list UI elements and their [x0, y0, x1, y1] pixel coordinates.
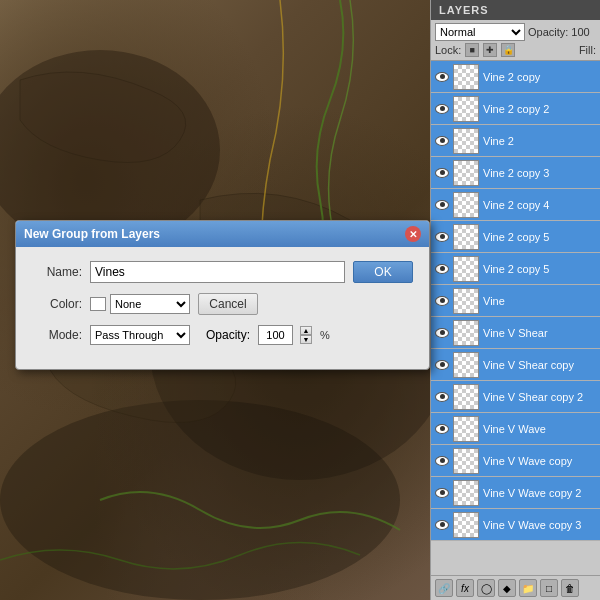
eye-icon [435, 392, 449, 402]
fill-label: Fill: [579, 44, 596, 56]
layer-visibility-toggle[interactable] [433, 100, 451, 118]
layer-name-label: Vine V Shear [483, 327, 598, 339]
layer-item[interactable]: Vine V Wave [431, 413, 600, 445]
layer-visibility-toggle[interactable] [433, 420, 451, 438]
layer-name-label: Vine 2 copy [483, 71, 598, 83]
dialog-cancel-button[interactable]: Cancel [198, 293, 258, 315]
opacity-display: 100 [571, 26, 589, 38]
layer-item[interactable]: Vine V Shear copy 2 [431, 381, 600, 413]
layer-visibility-toggle[interactable] [433, 260, 451, 278]
dialog-body: Name: OK Color: None Cancel Mode: Pass T… [16, 247, 429, 369]
eye-icon [435, 264, 449, 274]
eye-pupil [440, 522, 445, 527]
layer-thumbnail [453, 192, 479, 218]
layer-name-label: Vine V Shear copy 2 [483, 391, 598, 403]
eye-icon [435, 360, 449, 370]
eye-icon [435, 72, 449, 82]
lock-pixels-icon[interactable]: ■ [465, 43, 479, 57]
layer-thumbnail [453, 288, 479, 314]
layers-bottom-bar: 🔗 fx ◯ ◆ 📁 □ 🗑 [431, 575, 600, 600]
layer-name-label: Vine V Wave copy 3 [483, 519, 598, 531]
layer-thumbnail [453, 128, 479, 154]
new-folder-icon[interactable]: 📁 [519, 579, 537, 597]
layer-thumbnail [453, 416, 479, 442]
locks-label: Lock: [435, 44, 461, 56]
opacity-stepper[interactable]: ▲ ▼ [300, 326, 312, 344]
new-group-dialog: New Group from Layers ✕ Name: OK Color: … [15, 220, 430, 370]
layer-item[interactable]: Vine V Shear copy [431, 349, 600, 381]
eye-icon [435, 104, 449, 114]
layer-visibility-toggle[interactable] [433, 292, 451, 310]
dialog-mode-row: Mode: Pass Through Opacity: ▲ ▼ % [32, 325, 413, 345]
layer-name-label: Vine 2 copy 5 [483, 263, 598, 275]
layer-name-label: Vine 2 copy 3 [483, 167, 598, 179]
layer-item[interactable]: Vine V Wave copy 3 [431, 509, 600, 541]
layer-visibility-toggle[interactable] [433, 484, 451, 502]
layer-name-label: Vine [483, 295, 598, 307]
layer-visibility-toggle[interactable] [433, 164, 451, 182]
layer-thumbnail [453, 352, 479, 378]
layer-thumbnail [453, 480, 479, 506]
dialog-color-select[interactable]: None [110, 294, 190, 314]
layer-thumbnail [453, 448, 479, 474]
dialog-close-button[interactable]: ✕ [405, 226, 421, 242]
eye-icon [435, 488, 449, 498]
eye-icon [435, 520, 449, 530]
eye-pupil [440, 170, 445, 175]
layer-item[interactable]: Vine 2 copy 2 [431, 93, 600, 125]
layer-thumbnail [453, 64, 479, 90]
eye-icon [435, 232, 449, 242]
layer-name-label: Vine V Wave copy [483, 455, 598, 467]
layer-thumbnail [453, 160, 479, 186]
layer-visibility-toggle[interactable] [433, 324, 451, 342]
eye-pupil [440, 426, 445, 431]
layer-item[interactable]: Vine V Wave copy [431, 445, 600, 477]
layer-item[interactable]: Vine 2 copy [431, 61, 600, 93]
layer-visibility-toggle[interactable] [433, 228, 451, 246]
dialog-opacity-input[interactable] [258, 325, 293, 345]
dialog-name-input[interactable] [90, 261, 345, 283]
dialog-color-row: Color: None Cancel [32, 293, 413, 315]
lock-position-icon[interactable]: ✚ [483, 43, 497, 57]
blend-mode-select[interactable]: Normal [435, 23, 525, 41]
new-layer-icon[interactable]: □ [540, 579, 558, 597]
dialog-ok-button[interactable]: OK [353, 261, 413, 283]
layer-visibility-toggle[interactable] [433, 388, 451, 406]
layer-item[interactable]: Vine 2 [431, 125, 600, 157]
layer-visibility-toggle[interactable] [433, 196, 451, 214]
layer-item[interactable]: Vine 2 copy 3 [431, 157, 600, 189]
eye-pupil [440, 106, 445, 111]
adjustment-icon[interactable]: ◆ [498, 579, 516, 597]
fx-icon[interactable]: fx [456, 579, 474, 597]
link-layers-icon[interactable]: 🔗 [435, 579, 453, 597]
layer-visibility-toggle[interactable] [433, 68, 451, 86]
layer-visibility-toggle[interactable] [433, 356, 451, 374]
eye-icon [435, 296, 449, 306]
eye-icon [435, 456, 449, 466]
opacity-up-arrow[interactable]: ▲ [300, 326, 312, 335]
layer-item[interactable]: Vine 2 copy 4 [431, 189, 600, 221]
layer-visibility-toggle[interactable] [433, 132, 451, 150]
eye-pupil [440, 330, 445, 335]
layer-item[interactable]: Vine 2 copy 5 [431, 221, 600, 253]
opacity-down-arrow[interactable]: ▼ [300, 335, 312, 344]
lock-all-icon[interactable]: 🔒 [501, 43, 515, 57]
layer-thumbnail [453, 384, 479, 410]
eye-pupil [440, 458, 445, 463]
delete-layer-icon[interactable]: 🗑 [561, 579, 579, 597]
layer-item[interactable]: Vine V Shear [431, 317, 600, 349]
layer-item[interactable]: Vine V Wave copy 2 [431, 477, 600, 509]
layer-visibility-toggle[interactable] [433, 516, 451, 534]
eye-pupil [440, 490, 445, 495]
layer-name-label: Vine 2 copy 5 [483, 231, 598, 243]
add-mask-icon[interactable]: ◯ [477, 579, 495, 597]
eye-icon [435, 424, 449, 434]
color-swatch [90, 297, 106, 311]
layer-item[interactable]: Vine 2 copy 5 [431, 253, 600, 285]
dialog-mode-select[interactable]: Pass Through [90, 325, 190, 345]
dialog-title: New Group from Layers [24, 227, 160, 241]
layer-visibility-toggle[interactable] [433, 452, 451, 470]
pct-label: % [320, 329, 330, 341]
layer-item[interactable]: Vine [431, 285, 600, 317]
layer-thumbnail [453, 256, 479, 282]
